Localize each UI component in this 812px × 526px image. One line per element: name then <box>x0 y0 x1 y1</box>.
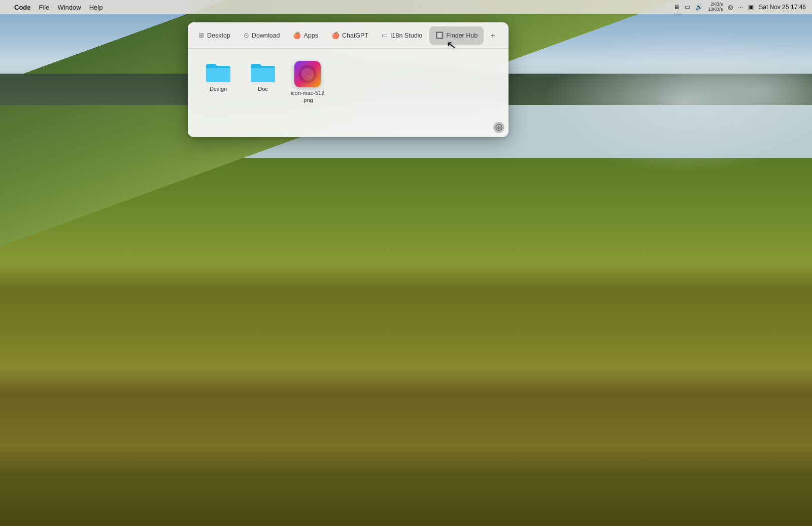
design-folder-label: Design <box>210 85 227 92</box>
tab-chatgpt[interactable]: 🍎 ChatGPT <box>325 26 375 45</box>
i18n-tab-icon: ▭ <box>382 31 388 39</box>
menubar-time-machine-icon[interactable]: ▣ <box>748 4 754 11</box>
menubar: Code File Window Help 🖥 ▭ 🔊 2KB/s 13KB/s… <box>0 0 812 14</box>
svg-rect-2 <box>301 68 314 80</box>
tab-i18n-label: I18n Studio <box>390 32 422 39</box>
finder-hub-tab-icon: 🔲 <box>435 31 444 39</box>
doc-folder-label: Doc <box>258 85 268 92</box>
menubar-help[interactable]: Help <box>89 4 103 11</box>
design-folder-icon <box>205 61 231 83</box>
add-tab-button[interactable]: + <box>486 28 500 43</box>
doc-folder-icon <box>250 61 276 83</box>
desktop-tab-icon: 🖥 <box>198 31 205 39</box>
menubar-location-icon[interactable]: ◎ <box>728 4 733 11</box>
tab-desktop[interactable]: 🖥 Desktop <box>192 26 236 45</box>
download-tab-icon: ⊙ <box>244 31 249 39</box>
tab-chatgpt-label: ChatGPT <box>342 32 368 39</box>
menubar-window[interactable]: Window <box>57 4 81 11</box>
window-bottom-bar <box>188 120 509 137</box>
file-doc[interactable]: Doc <box>243 57 283 96</box>
file-design[interactable]: Design <box>198 57 239 96</box>
menubar-left: Code File Window Help <box>6 4 103 11</box>
icon-mac-label: icon-mac-512.png <box>291 89 325 104</box>
menubar-app-name[interactable]: Code <box>14 4 31 11</box>
tab-finder-hub[interactable]: 🔲 Finder Hub <box>429 26 484 45</box>
apps-tab-icon: 🍎 <box>293 31 301 39</box>
menubar-datetime: Sat Nov 25 17:46 <box>759 4 806 11</box>
chatgpt-tab-icon: 🍎 <box>331 31 340 39</box>
tab-desktop-label: Desktop <box>207 32 230 39</box>
menubar-right: 🖥 ▭ 🔊 2KB/s 13KB/s ◎ ··· ▣ Sat Nov 25 17… <box>673 2 806 12</box>
tab-apps-label: Apps <box>303 32 318 39</box>
menubar-screen-icon[interactable]: 🖥 <box>673 4 680 11</box>
png-preview-visual <box>294 61 321 87</box>
menubar-battery-icon[interactable]: ▭ <box>685 4 690 11</box>
file-area: Design Doc <box>188 49 509 120</box>
tab-apps[interactable]: 🍎 Apps <box>287 26 324 45</box>
tab-bar: 🖥 Desktop ⊙ Download 🍎 Apps 🍎 ChatGPT ▭ … <box>188 22 509 49</box>
tab-download-label: Download <box>252 32 280 39</box>
icon-mac-png-icon <box>294 61 321 87</box>
menubar-more-icon[interactable]: ··· <box>738 4 743 11</box>
window-bottom-icon[interactable] <box>493 122 504 133</box>
menubar-audio-icon[interactable]: 🔊 <box>695 4 703 11</box>
file-icon-mac[interactable]: icon-mac-512.png <box>287 57 328 108</box>
tab-i18n-studio[interactable]: ▭ I18n Studio <box>376 26 428 45</box>
menubar-network-speed: 2KB/s 13KB/s <box>708 2 723 12</box>
menubar-file[interactable]: File <box>39 4 50 11</box>
tab-download[interactable]: ⊙ Download <box>238 26 286 45</box>
tab-finder-hub-label: Finder Hub <box>446 32 478 39</box>
finder-window: 🖥 Desktop ⊙ Download 🍎 Apps 🍎 ChatGPT ▭ … <box>188 22 509 137</box>
